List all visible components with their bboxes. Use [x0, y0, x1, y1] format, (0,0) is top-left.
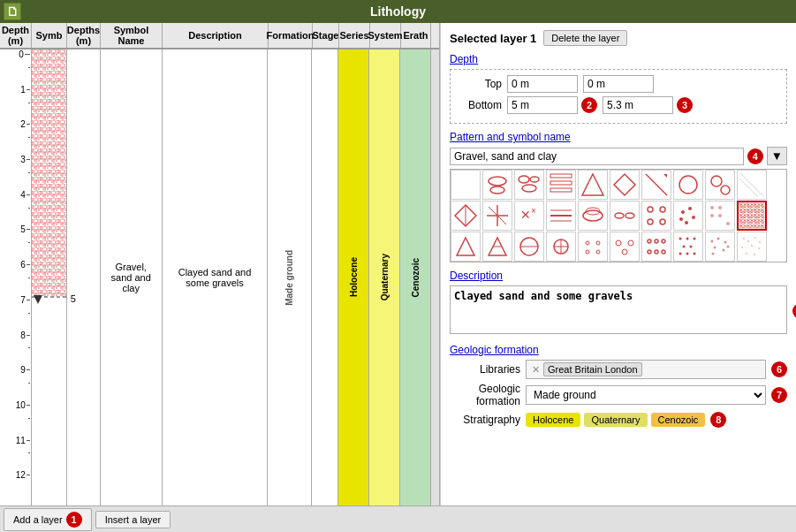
depth-half-tick-2 [0, 103, 31, 103]
svg-point-48 [648, 219, 653, 224]
insert-layer-button[interactable]: Insert a layer [95, 511, 171, 528]
svg-point-60 [726, 222, 730, 225]
description-textarea[interactable]: Clayed sand and some gravels [450, 285, 787, 334]
pattern-cell-3[interactable] [514, 170, 544, 200]
depth-tick-12: 12 [0, 470, 31, 480]
library-tag[interactable]: Great Britain London [543, 362, 642, 376]
pattern-cell-9[interactable] [705, 170, 735, 200]
col-header-desc: Description [163, 23, 269, 48]
depth-tick-2: 2 [0, 119, 31, 129]
pattern-cell-25[interactable] [578, 232, 608, 262]
svg-point-114 [746, 253, 747, 255]
add-layer-button[interactable]: Add a layer 1 [4, 508, 92, 531]
bottom-input-1[interactable] [507, 96, 578, 114]
pattern-cell-13[interactable]: ✕× [514, 201, 544, 231]
svg-point-27 [711, 176, 722, 186]
pattern-section-label: Pattern and symbol name [450, 131, 787, 143]
main-content: Depth(m) Symb Depths(m) Symbol Name Desc… [0, 23, 796, 505]
pattern-cell-15[interactable] [578, 201, 608, 231]
pattern-cell-2[interactable] [482, 170, 512, 200]
svg-point-111 [741, 247, 743, 248]
pattern-cell-28[interactable] [673, 232, 703, 262]
depth-tick-7: 7 [0, 295, 31, 305]
bottom-input-2[interactable] [603, 96, 673, 114]
pattern-cell-27[interactable] [641, 232, 671, 262]
svg-point-106 [727, 246, 730, 248]
pattern-cell-18[interactable] [673, 201, 703, 231]
depth-ruler: 0123456789101112 [0, 49, 32, 505]
pattern-cell-26[interactable] [610, 232, 640, 262]
pattern-cell-4[interactable] [546, 170, 576, 200]
bottom-label: Bottom [458, 99, 502, 111]
svg-line-24 [646, 174, 667, 195]
pattern-cell-20[interactable] [737, 201, 767, 231]
pattern-cell-21[interactable] [451, 232, 481, 262]
depth-section-label: Depth [450, 53, 787, 65]
pattern-cell-23[interactable] [514, 232, 544, 262]
depth-half-tick-10 [0, 383, 31, 384]
description-column: Clayed sand and some gravels [163, 49, 269, 505]
top-input-1[interactable] [507, 75, 578, 93]
geo-formation-dropdown: Made ground [526, 385, 766, 405]
svg-marker-22 [582, 174, 603, 195]
depth-tick-0: 0 [0, 49, 31, 59]
pattern-cell-16[interactable] [610, 201, 640, 231]
libraries-input-area[interactable]: ✕ Great Britain London [526, 360, 766, 379]
strat-tag-quaternary[interactable]: Quaternary [584, 413, 647, 427]
svg-point-105 [712, 253, 715, 255]
svg-point-85 [622, 249, 627, 255]
svg-point-59 [718, 214, 722, 217]
strat-tag-cenozoic[interactable]: Cenozoic [651, 413, 706, 427]
svg-point-47 [660, 207, 665, 212]
pattern-cell-1[interactable] [451, 170, 481, 200]
svg-point-107 [743, 238, 745, 239]
library-tag-label: Great Britain London [548, 364, 638, 375]
depth-half-tick-8 [0, 313, 31, 314]
svg-point-84 [628, 240, 633, 246]
strat-tag-holocene[interactable]: Holocene [526, 413, 580, 427]
pattern-cell-22[interactable] [482, 232, 512, 262]
depth-tick-5: 5 [0, 224, 31, 234]
layer-description: Clayed sand and some gravels [163, 263, 268, 292]
svg-point-91 [662, 250, 665, 254]
svg-point-56 [710, 206, 714, 209]
pattern-cell-19[interactable] [705, 201, 735, 231]
svg-rect-19 [550, 174, 572, 178]
svg-point-101 [717, 238, 720, 240]
pattern-name-input[interactable] [450, 148, 744, 165]
svg-point-50 [681, 210, 685, 214]
pattern-cell-7[interactable] [641, 170, 671, 200]
depth-half-tick-4 [0, 172, 31, 173]
pattern-cell-30[interactable] [737, 232, 767, 262]
pattern-cell-11[interactable] [451, 201, 481, 231]
add-layer-label: Add a layer [13, 514, 63, 525]
depth-half-tick-1 [0, 67, 31, 68]
pattern-cell-12[interactable] [482, 201, 512, 231]
depth-tick-1: 1 [0, 85, 31, 95]
pattern-dropdown-button[interactable]: ▼ [767, 147, 787, 165]
app-icon: 🗋 [4, 3, 21, 20]
top-row: Top [458, 75, 779, 93]
pattern-cell-29[interactable] [705, 232, 735, 262]
svg-point-16 [519, 176, 529, 183]
svg-rect-13 [453, 172, 478, 197]
pattern-cell-6[interactable] [610, 170, 640, 200]
geo-formation-select[interactable]: Made ground [526, 385, 766, 405]
pattern-cell-14[interactable] [546, 201, 576, 231]
pattern-cell-24[interactable] [546, 232, 576, 262]
top-input-2[interactable] [583, 75, 654, 93]
svg-point-49 [660, 219, 665, 224]
svg-point-86 [648, 239, 651, 243]
layer-formation: Made ground [284, 250, 294, 306]
svg-point-98 [686, 253, 689, 255]
pattern-cell-5[interactable] [578, 170, 608, 200]
pattern-cell-17[interactable] [641, 201, 671, 231]
svg-point-18 [522, 185, 536, 192]
pattern-cell-10[interactable] [737, 170, 767, 200]
delete-layer-button[interactable]: Delete the layer [543, 30, 627, 46]
svg-marker-23 [614, 174, 635, 195]
scrollbar[interactable] [430, 49, 439, 505]
pattern-cell-8[interactable] [673, 170, 703, 200]
depth-tick-3: 3 [0, 155, 31, 164]
depths-column: 5 [67, 49, 101, 505]
